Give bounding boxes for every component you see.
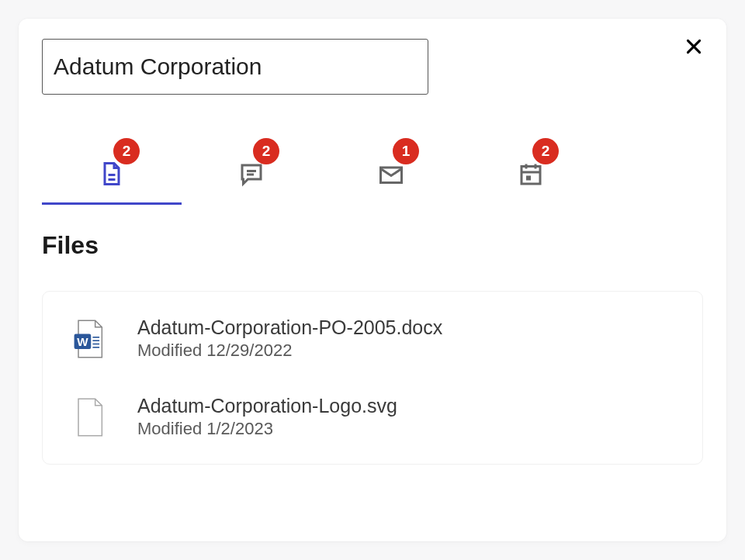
file-modified: Modified 1/2/2023 xyxy=(137,419,397,439)
chat-icon xyxy=(237,161,265,188)
generic-file-icon xyxy=(71,396,106,438)
tabs: 2 2 1 2 xyxy=(42,144,703,205)
tab-files[interactable]: 2 xyxy=(42,144,182,205)
tab-files-badge: 2 xyxy=(113,138,140,164)
svg-rect-5 xyxy=(522,167,540,185)
tab-calendar[interactable]: 2 xyxy=(461,144,601,205)
tab-mail[interactable]: 1 xyxy=(321,144,461,205)
file-modified: Modified 12/29/2022 xyxy=(137,340,442,361)
close-icon xyxy=(684,36,704,57)
tab-calendar-badge: 2 xyxy=(532,138,559,164)
file-item[interactable]: Adatum-Corporation-Logo.svg Modified 1/2… xyxy=(43,378,702,456)
file-name: Adatum-Corporation-Logo.svg xyxy=(137,395,397,417)
word-document-icon: W xyxy=(71,318,106,360)
search-results-panel: 2 2 1 2 xyxy=(19,19,726,541)
section-title: Files xyxy=(42,231,703,260)
file-list: W Adatum-Corporation-PO-2005.docx Modifi… xyxy=(42,291,703,465)
tab-mail-badge: 1 xyxy=(393,138,419,164)
file-meta: Adatum-Corporation-PO-2005.docx Modified… xyxy=(137,316,442,361)
file-meta: Adatum-Corporation-Logo.svg Modified 1/2… xyxy=(137,395,397,439)
tab-chat-badge: 2 xyxy=(253,138,279,164)
svg-rect-9 xyxy=(526,176,531,181)
file-name: Adatum-Corporation-PO-2005.docx xyxy=(137,316,442,339)
search-input[interactable] xyxy=(42,39,428,95)
svg-text:W: W xyxy=(77,334,88,347)
file-item[interactable]: W Adatum-Corporation-PO-2005.docx Modifi… xyxy=(43,299,702,378)
calendar-icon xyxy=(517,161,545,188)
tab-chat[interactable]: 2 xyxy=(182,144,321,205)
mail-icon xyxy=(377,161,405,188)
close-button[interactable] xyxy=(680,33,708,60)
